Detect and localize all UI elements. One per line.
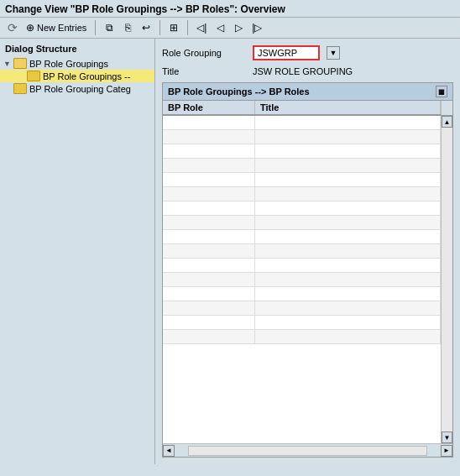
tree-label-2: BP Role Groupings -- bbox=[43, 71, 130, 81]
grid-settings-icon[interactable]: ▦ bbox=[436, 86, 447, 97]
table-row[interactable] bbox=[163, 301, 441, 316]
undo-icon[interactable]: ↩ bbox=[139, 20, 154, 35]
scroll-down-arrow[interactable]: ▼ bbox=[442, 432, 452, 443]
grid-title-bar: BP Role Groupings --> BP Roles ▦ bbox=[163, 83, 452, 101]
select-icon[interactable]: ⊞ bbox=[166, 20, 181, 35]
nav-right-icon[interactable]: ▷ bbox=[231, 20, 246, 35]
grid-footer: ◄ ► bbox=[163, 443, 452, 457]
scroll-track[interactable] bbox=[442, 128, 452, 432]
folder-icon-3 bbox=[13, 83, 27, 94]
vertical-scrollbar[interactable]: ▲ ▼ bbox=[441, 116, 452, 443]
table-row[interactable] bbox=[163, 330, 441, 344]
grid-rows bbox=[163, 116, 441, 443]
cell-bprole[interactable] bbox=[163, 201, 255, 215]
cell-title[interactable] bbox=[255, 287, 441, 301]
cell-bprole[interactable] bbox=[163, 187, 255, 201]
nav-prev-icon[interactable]: ◁| bbox=[194, 20, 209, 35]
cell-title[interactable] bbox=[255, 201, 441, 215]
table-row[interactable] bbox=[163, 273, 441, 287]
nav-left-icon[interactable]: ◁ bbox=[212, 20, 227, 35]
toolbar: ⟳ ⊕ New Entries ⧉ ⎘ ↩ ⊞ ◁| ◁ ▷ |▷ bbox=[0, 18, 460, 39]
role-grouping-label: Role Grouping bbox=[162, 48, 246, 58]
page-title: Change View "BP Role Groupings --> BP Ro… bbox=[0, 0, 460, 18]
nav-next-icon[interactable]: |▷ bbox=[249, 20, 264, 35]
tree-item-root[interactable]: ▼ BP Role Groupings bbox=[0, 57, 154, 70]
tree-label-3: BP Role Grouping Categ bbox=[29, 84, 131, 94]
cell-title[interactable] bbox=[255, 173, 441, 186]
cell-title[interactable] bbox=[255, 116, 441, 129]
title-row: Title JSW ROLE GROUPING bbox=[162, 66, 453, 76]
table-row[interactable] bbox=[163, 159, 441, 173]
cell-bprole[interactable] bbox=[163, 259, 255, 272]
cell-bprole[interactable] bbox=[163, 287, 255, 301]
scroll-up-arrow[interactable]: ▲ bbox=[442, 116, 452, 128]
tree-item-child-1[interactable]: BP Role Groupings -- bbox=[0, 70, 154, 82]
toolbar-separator-3 bbox=[187, 20, 188, 35]
table-row[interactable] bbox=[163, 244, 441, 259]
cell-title[interactable] bbox=[255, 187, 441, 201]
table-row[interactable] bbox=[163, 144, 441, 159]
cell-bprole[interactable] bbox=[163, 144, 255, 158]
table-row[interactable] bbox=[163, 187, 441, 201]
cell-title[interactable] bbox=[255, 216, 441, 229]
cell-bprole[interactable] bbox=[163, 301, 255, 315]
cell-title[interactable] bbox=[255, 230, 441, 243]
toolbar-icon-arrow: ⟳ bbox=[5, 20, 20, 35]
role-grouping-row: Role Grouping ▼ bbox=[162, 45, 453, 60]
grid-body: ▲ ▼ bbox=[163, 116, 452, 443]
scroll-left-arrow[interactable]: ◄ bbox=[163, 445, 175, 457]
cell-bprole[interactable] bbox=[163, 130, 255, 144]
new-entries-label: New Entries bbox=[37, 23, 86, 33]
table-row[interactable] bbox=[163, 230, 441, 244]
role-grouping-lookup-button[interactable]: ▼ bbox=[327, 46, 340, 60]
table-row[interactable] bbox=[163, 173, 441, 187]
tree-label-1: BP Role Groupings bbox=[29, 59, 108, 69]
left-panel: Dialog Structure ▼ BP Role Groupings BP … bbox=[0, 39, 155, 464]
main-area: Dialog Structure ▼ BP Role Groupings BP … bbox=[0, 39, 460, 464]
cell-bprole[interactable] bbox=[163, 116, 255, 129]
cell-title[interactable] bbox=[255, 316, 441, 329]
cell-title[interactable] bbox=[255, 130, 441, 144]
cell-title[interactable] bbox=[255, 330, 441, 343]
cell-bprole[interactable] bbox=[163, 273, 255, 286]
cell-bprole[interactable] bbox=[163, 230, 255, 243]
cell-title[interactable] bbox=[255, 144, 441, 158]
paste-icon[interactable]: ⎘ bbox=[120, 20, 135, 35]
cell-title[interactable] bbox=[255, 301, 441, 315]
tree-expand-arrow-1[interactable]: ▼ bbox=[3, 60, 13, 68]
table-row[interactable] bbox=[163, 116, 441, 130]
tree-item-child-2[interactable]: BP Role Grouping Categ bbox=[0, 82, 154, 95]
toolbar-separator-2 bbox=[159, 20, 160, 35]
copy-icon[interactable]: ⧉ bbox=[102, 20, 117, 35]
cell-title[interactable] bbox=[255, 273, 441, 286]
cell-bprole[interactable] bbox=[163, 216, 255, 229]
role-grouping-input[interactable] bbox=[253, 45, 320, 60]
new-entries-button[interactable]: ⊕ New Entries bbox=[24, 21, 89, 34]
col-header-bprole: BP Role bbox=[163, 101, 255, 114]
right-panel: Role Grouping ▼ Title JSW ROLE GROUPING … bbox=[155, 39, 460, 464]
cell-bprole[interactable] bbox=[163, 330, 255, 343]
table-row[interactable] bbox=[163, 216, 441, 230]
folder-icon-1 bbox=[13, 58, 27, 69]
cell-title[interactable] bbox=[255, 244, 441, 258]
scroll-right-arrow[interactable]: ► bbox=[441, 445, 452, 457]
table-row[interactable] bbox=[163, 130, 441, 144]
horizontal-scrollbar[interactable] bbox=[188, 446, 427, 456]
cell-bprole[interactable] bbox=[163, 244, 255, 258]
cell-bprole[interactable] bbox=[163, 316, 255, 329]
grid-container: BP Role Groupings --> BP Roles ▦ BP Role… bbox=[162, 82, 453, 458]
cell-title[interactable] bbox=[255, 259, 441, 272]
table-row[interactable] bbox=[163, 287, 441, 301]
cell-title[interactable] bbox=[255, 159, 441, 172]
grid-title: BP Role Groupings --> BP Roles bbox=[168, 86, 310, 97]
table-row[interactable] bbox=[163, 201, 441, 216]
folder-icon-2 bbox=[27, 71, 40, 81]
toolbar-separator-1 bbox=[95, 20, 96, 35]
cell-bprole[interactable] bbox=[163, 173, 255, 186]
title-value: JSW ROLE GROUPING bbox=[253, 66, 353, 76]
cell-bprole[interactable] bbox=[163, 159, 255, 172]
table-row[interactable] bbox=[163, 259, 441, 273]
table-row[interactable] bbox=[163, 316, 441, 330]
col-header-title: Title bbox=[255, 101, 441, 114]
title-label: Title bbox=[162, 66, 246, 76]
